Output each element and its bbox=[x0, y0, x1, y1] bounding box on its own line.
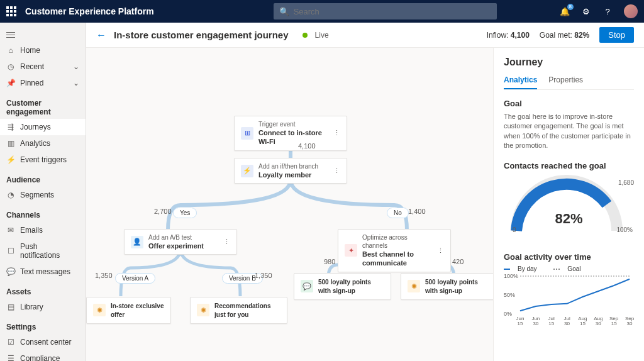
gauge-count: 1,680 bbox=[618, 179, 634, 186]
pin-icon: 📌 bbox=[6, 79, 15, 87]
node-subtitle: Optimize across channels bbox=[362, 233, 427, 250]
command-bar: ← In-store customer engagement journey L… bbox=[86, 23, 644, 48]
nav-journeys[interactable]: ⇶Journeys bbox=[0, 119, 86, 135]
app-launcher-icon[interactable] bbox=[6, 6, 16, 16]
optimize-icon: ✦ bbox=[345, 244, 357, 257]
details-panel: Journey Analytics Properties Goal The go… bbox=[493, 48, 644, 361]
node-subtitle: Trigger event bbox=[258, 120, 323, 128]
svg-text:15: 15 bbox=[518, 321, 523, 326]
svg-text:30: 30 bbox=[596, 321, 601, 326]
nav-consent[interactable]: ☑Consent center bbox=[0, 334, 86, 350]
journey-canvas[interactable]: ⊞ Trigger eventConnect to in-store Wi-Fi… bbox=[86, 48, 493, 361]
section-audience: Audience bbox=[0, 168, 86, 187]
offer-icon: ✺ bbox=[408, 280, 420, 292]
node-title: 500 loyalty points with sign-up bbox=[425, 279, 478, 294]
node-ab-test[interactable]: 👤 Add an A/B testOffer experiment ⋮ bbox=[124, 229, 237, 255]
more-icon[interactable]: ⋮ bbox=[218, 238, 230, 246]
count-label: 980 bbox=[324, 258, 335, 265]
svg-text:50%: 50% bbox=[504, 292, 515, 298]
legend-swatch-goal bbox=[553, 269, 560, 270]
goal-heading: Goal bbox=[504, 99, 634, 108]
nav-label: Push notifications bbox=[20, 242, 79, 260]
abtest-icon: 👤 bbox=[131, 236, 143, 248]
node-trigger[interactable]: ⊞ Trigger eventConnect to in-store Wi-Fi… bbox=[234, 116, 347, 151]
svg-text:30: 30 bbox=[564, 321, 570, 326]
node-title: In-store exclusive offer bbox=[111, 303, 164, 318]
email-icon: ✉ bbox=[6, 226, 15, 235]
goal-description: The goal here is to improve in-store cus… bbox=[504, 112, 634, 151]
node-branch[interactable]: ⚡ Add an if/then branchLoyalty member ⋮ bbox=[234, 158, 347, 184]
back-icon[interactable]: ← bbox=[96, 30, 106, 41]
node-offer-b[interactable]: ✺ Recommendations just for you bbox=[190, 297, 287, 324]
nav-text[interactable]: 💬Text messages bbox=[0, 264, 86, 280]
nav-pinned[interactable]: 📌Pinned⌄ bbox=[0, 75, 86, 91]
tab-analytics[interactable]: Analytics bbox=[504, 75, 537, 89]
chevron-down-icon: ⌄ bbox=[73, 62, 79, 71]
help-icon[interactable]: ? bbox=[602, 6, 613, 16]
search-input[interactable] bbox=[294, 7, 491, 16]
nav-segments[interactable]: ◔Segments bbox=[0, 187, 86, 203]
avatar[interactable] bbox=[624, 4, 638, 18]
search-box[interactable]: 🔍 bbox=[274, 3, 497, 19]
clock-icon: ◷ bbox=[6, 62, 15, 71]
top-bar: Customer Experience Platform 🔍 🔔8 ⚙ ? bbox=[0, 0, 644, 23]
node-subtitle: Add an if/then branch bbox=[258, 162, 318, 170]
count-label: 420 bbox=[452, 258, 464, 265]
nav-push[interactable]: ☐Push notifications bbox=[0, 238, 86, 264]
journeys-icon: ⇶ bbox=[6, 123, 15, 131]
svg-text:30: 30 bbox=[627, 321, 633, 326]
text-icon: 💬 bbox=[6, 267, 15, 276]
node-title: Recommendations just for you bbox=[214, 303, 270, 318]
settings-icon[interactable]: ⚙ bbox=[581, 6, 591, 16]
svg-text:15: 15 bbox=[580, 321, 586, 326]
gauge-chart: 82% 0 100% 1,680 bbox=[504, 174, 634, 243]
count-label: 1,350 bbox=[255, 272, 272, 279]
svg-text:30: 30 bbox=[533, 321, 538, 326]
nav-label: Pinned bbox=[20, 79, 43, 87]
more-icon[interactable]: ⋮ bbox=[328, 167, 340, 175]
offer-icon: ✺ bbox=[93, 304, 106, 316]
nav-label: Recent bbox=[20, 62, 44, 71]
nav-compliance[interactable]: ☰Compliance bbox=[0, 350, 86, 361]
nav-home[interactable]: ⌂Home bbox=[0, 42, 86, 58]
nav-label: Home bbox=[20, 46, 40, 55]
tab-properties[interactable]: Properties bbox=[548, 75, 583, 89]
stop-button[interactable]: Stop bbox=[599, 27, 634, 43]
journey-title: In-store customer engagement journey bbox=[114, 30, 289, 40]
more-icon[interactable]: ⋮ bbox=[328, 129, 340, 137]
gauge-value: 82% bbox=[555, 211, 582, 227]
segments-icon: ◔ bbox=[6, 191, 15, 199]
push-icon: ☐ bbox=[6, 247, 15, 255]
panel-title: Journey bbox=[504, 57, 634, 68]
nav-label: Analytics bbox=[20, 139, 50, 148]
node-offer-a[interactable]: ✺ In-store exclusive offer bbox=[86, 297, 171, 324]
section-engagement: Customer engagement bbox=[0, 91, 86, 119]
notification-badge: 8 bbox=[567, 4, 574, 10]
trigger-icon: ⚡ bbox=[6, 155, 15, 164]
compliance-icon: ☰ bbox=[6, 354, 15, 361]
analytics-icon: ▥ bbox=[6, 139, 15, 148]
status-dot bbox=[303, 33, 308, 38]
nav-analytics[interactable]: ▥Analytics bbox=[0, 135, 86, 152]
chat-icon: 💬 bbox=[301, 280, 313, 292]
notifications-icon[interactable]: 🔔8 bbox=[560, 6, 570, 16]
legend-label: By day bbox=[518, 265, 537, 272]
line-chart: 0%50%100%Jun15Jun30Jul15Jul30Aug15Aug30S… bbox=[504, 276, 634, 333]
nav-label: Event triggers bbox=[20, 155, 67, 164]
more-icon[interactable]: ⋮ bbox=[432, 247, 444, 255]
hamburger-icon[interactable] bbox=[0, 28, 86, 42]
nav-library[interactable]: ▤Library bbox=[0, 299, 86, 315]
node-optimize[interactable]: ✦ Optimize across channelsBest channel t… bbox=[338, 229, 451, 272]
search-icon: 🔍 bbox=[280, 7, 289, 16]
nav-label: Text messages bbox=[20, 267, 70, 276]
branch-no-pill: No bbox=[387, 208, 409, 218]
node-loyalty-r[interactable]: ✺ 500 loyalty points with sign-up bbox=[401, 273, 493, 300]
node-loyalty-l[interactable]: 💬 500 loyalty points with sign-up bbox=[294, 273, 391, 300]
nav-recent[interactable]: ◷Recent⌄ bbox=[0, 58, 86, 75]
nav-triggers[interactable]: ⚡Event triggers bbox=[0, 152, 86, 168]
gauge-min: 0 bbox=[513, 226, 516, 233]
version-a-pill: Version A bbox=[115, 273, 155, 284]
legend-label: Goal bbox=[567, 265, 580, 272]
nav-emails[interactable]: ✉Emails bbox=[0, 222, 86, 238]
gauge-max: 100% bbox=[616, 226, 633, 233]
